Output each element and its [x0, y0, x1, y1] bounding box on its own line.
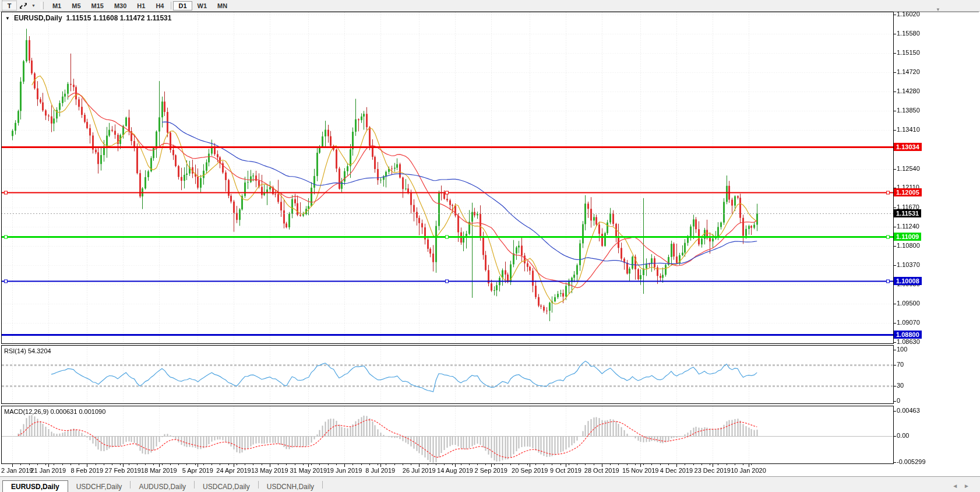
current-price-tag: 1.11531 — [894, 209, 921, 217]
chart-tabs-bar: EURUSD,DailyUSDCHF,DailyAUDUSD,DailyUSDC… — [0, 476, 980, 492]
rsi-indicator-label: RSI(14) 54.3204 — [4, 347, 51, 354]
tab-usdcnh-daily[interactable]: USDCNH,Daily — [259, 482, 322, 492]
macd-axis-label: -0.005299 — [897, 458, 926, 465]
time-tick-label: 10 Jan 2020 — [731, 467, 766, 474]
chart-shift-marker-icon: ▼ — [936, 7, 940, 12]
time-tick-label: 28 Oct 2019 — [584, 467, 619, 474]
diagonal-arrows-icon — [19, 2, 27, 9]
terminal-window: T ▼ M1M5M15M30H1H4D1W1MN ▼ EURUSD,Daily … — [0, 0, 980, 492]
top-toolbar: T ▼ M1M5M15M30H1H4D1W1MN — [0, 0, 980, 12]
time-tick-label: 23 Dec 2019 — [695, 467, 731, 474]
tabs-scroll-arrows[interactable]: ◄► — [952, 483, 975, 489]
tab-eurusd-daily[interactable]: EURUSD,Daily — [2, 480, 68, 492]
price-tick-label: 1.13850 — [897, 107, 920, 114]
time-tick-label: 31 May 2019 — [290, 467, 327, 474]
price-tag: 1.11009 — [894, 233, 921, 241]
price-tick-label: 1.15580 — [897, 30, 920, 37]
timeframe-button-d1[interactable]: D1 — [173, 1, 192, 10]
chart-ohlc-values: 1.11515 1.11608 1.11472 1.11531 — [66, 14, 172, 22]
tab-audusd-daily[interactable]: AUDUSD,Daily — [131, 482, 194, 492]
toolbar-separator — [41, 2, 44, 9]
timeframe-buttons: M1M5M15M30H1H4D1W1MN — [47, 1, 232, 10]
price-tick-label: 1.08630 — [897, 338, 920, 345]
time-tick-label: 27 Feb 2019 — [105, 467, 141, 474]
price-tick-label: 1.13410 — [897, 126, 920, 133]
toolbar-dropdown-arrow-icon[interactable]: ▼ — [30, 3, 37, 8]
time-tick-label: 2 Sep 2019 — [475, 467, 507, 474]
tab-separator — [322, 481, 323, 489]
time-tick-label: 21 Jan 2019 — [30, 467, 66, 474]
price-tag: 1.13034 — [894, 143, 922, 151]
tabs-scroll-right-icon[interactable]: ► — [964, 483, 975, 489]
price-tick-label: 1.14720 — [897, 68, 920, 75]
time-tick-label: 20 Sep 2019 — [512, 467, 548, 474]
chart-symbol-label: EURUSD,Daily — [14, 14, 62, 22]
timeframe-button-h4[interactable]: H4 — [150, 1, 169, 10]
macd-indicator-label: MACD(12,26,9) 0.000631 0.001090 — [4, 408, 105, 415]
rsi-axis-label: 100 — [897, 346, 907, 353]
time-tick-label: 26 Jul 2019 — [403, 467, 436, 474]
time-tick-label: 13 May 2019 — [251, 467, 288, 474]
price-tick-label: 1.12540 — [897, 165, 920, 172]
macd-axis-label: 0.00463 — [897, 407, 920, 414]
time-tick-label: 18 Mar 2019 — [141, 467, 177, 474]
text-tool-button[interactable]: T — [2, 1, 17, 10]
symbol-dropdown-icon[interactable]: ▼ — [5, 16, 10, 21]
tab-usdcad-daily[interactable]: USDCAD,Daily — [195, 482, 258, 492]
price-tick-label: 1.10800 — [897, 242, 920, 249]
tabs-scroll-left-icon[interactable]: ◄ — [952, 483, 964, 489]
time-tick-label: 2 Jan 2019 — [1, 467, 33, 474]
arrows-tool-button[interactable] — [18, 2, 29, 9]
time-tick-label: 19 Jun 2019 — [327, 467, 362, 474]
timeframe-button-m30[interactable]: M30 — [109, 1, 132, 10]
price-tick-label: 1.09500 — [897, 300, 920, 307]
price-tick-label: 1.15150 — [897, 49, 920, 56]
timeframe-button-w1[interactable]: W1 — [192, 1, 213, 10]
rsi-axis-label: 70 — [897, 361, 904, 368]
time-tick-label: 5 Apr 2019 — [182, 467, 213, 474]
chart-canvas[interactable] — [0, 0, 980, 492]
toolbar-separator — [171, 2, 171, 9]
price-tag: 1.12005 — [894, 188, 922, 196]
price-tick-label: 1.11240 — [897, 223, 919, 230]
time-tick-label: 15 Nov 2019 — [622, 467, 658, 474]
time-tick-label: 4 Dec 2019 — [660, 467, 693, 474]
chart-title: ▼ EURUSD,Daily 1.11515 1.11608 1.11472 1… — [5, 14, 171, 22]
rsi-axis-label: 0 — [897, 397, 900, 404]
time-tick-label: 9 Oct 2019 — [550, 467, 581, 474]
price-tag: 1.10008 — [894, 277, 922, 285]
rsi-axis-label: 30 — [897, 382, 904, 389]
timeframe-button-mn[interactable]: MN — [212, 1, 232, 10]
tab-usdchf-daily[interactable]: USDCHF,Daily — [68, 482, 131, 492]
time-tick-label: 8 Jul 2019 — [365, 467, 395, 474]
timeframe-button-h1[interactable]: H1 — [132, 1, 150, 10]
macd-axis-label: 0.00 — [897, 432, 909, 439]
price-tag: 1.08800 — [894, 331, 922, 339]
price-tick-label: 1.14280 — [897, 87, 920, 94]
price-tick-label: 1.09070 — [897, 319, 920, 326]
time-tick-label: 8 Feb 2019 — [70, 467, 103, 474]
timeframe-button-m15[interactable]: M15 — [86, 1, 109, 10]
price-tick-label: 1.10370 — [897, 261, 920, 268]
timeframe-button-m5[interactable]: M5 — [66, 1, 86, 10]
time-tick-label: 14 Aug 2019 — [437, 467, 473, 474]
time-tick-label: 24 Apr 2019 — [216, 467, 251, 474]
timeframe-button-m1[interactable]: M1 — [47, 1, 66, 10]
